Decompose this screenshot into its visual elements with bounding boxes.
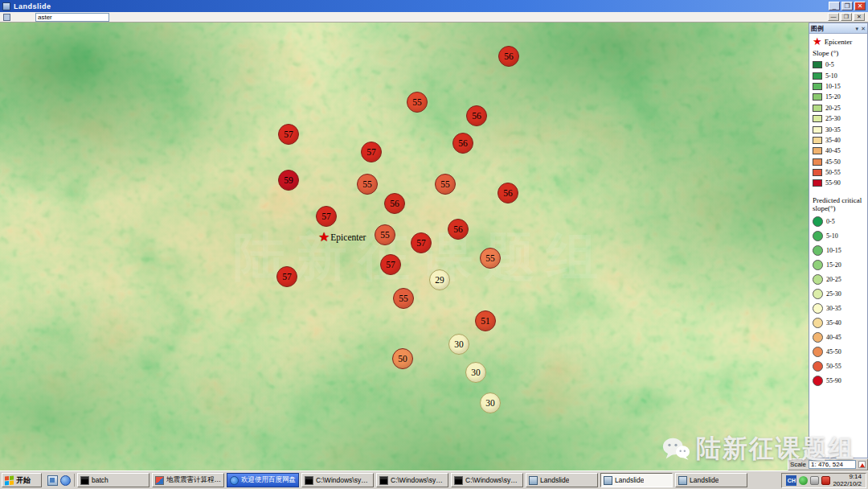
taskbar-item[interactable]: batch bbox=[77, 473, 149, 487]
slope-marker[interactable]: 57 bbox=[278, 124, 299, 145]
legend-epicenter-row: Epicenter bbox=[813, 37, 865, 47]
quick-launch bbox=[44, 474, 75, 487]
critical-swatch bbox=[813, 216, 823, 227]
slope-marker[interactable]: 29 bbox=[429, 269, 450, 290]
slope-swatch bbox=[813, 105, 822, 112]
critical-class-label: 55-90 bbox=[826, 377, 841, 384]
legend-close-icon[interactable] bbox=[861, 24, 866, 33]
antivirus-tray-icon[interactable] bbox=[799, 476, 808, 485]
slope-swatch bbox=[813, 158, 822, 166]
taskbar-item[interactable]: C:\Windows\syst... bbox=[376, 473, 448, 487]
slope-marker[interactable]: 57 bbox=[276, 266, 297, 287]
window-controls bbox=[829, 2, 866, 10]
slope-legend-row: 30-35 bbox=[813, 124, 865, 134]
slope-marker[interactable]: 55 bbox=[435, 174, 456, 195]
slope-marker[interactable]: 30 bbox=[480, 392, 501, 413]
clock-time: 9:14 bbox=[849, 473, 862, 480]
minimize-button[interactable] bbox=[829, 2, 840, 10]
slope-legend-row: 20-25 bbox=[813, 103, 865, 113]
slope-swatch bbox=[813, 147, 822, 154]
volume-tray-icon[interactable] bbox=[810, 476, 819, 485]
child-minimize-button[interactable] bbox=[828, 13, 839, 21]
slope-marker[interactable]: 56 bbox=[498, 46, 519, 67]
critical-legend-row: 5-10 bbox=[813, 229, 865, 244]
slope-marker[interactable]: 59 bbox=[278, 170, 299, 191]
alert-tray-icon[interactable] bbox=[821, 476, 830, 485]
taskbar-item[interactable]: 欢迎使用百度网盘 bbox=[227, 473, 299, 487]
slope-marker[interactable]: 56 bbox=[452, 133, 473, 154]
slope-marker[interactable]: 30 bbox=[448, 334, 469, 355]
legend-header[interactable]: 图例 bbox=[809, 23, 867, 34]
start-button-label: 开始 bbox=[16, 475, 31, 486]
critical-swatch bbox=[813, 231, 823, 241]
legend-body: Epicenter Slope (°) 0-55-1010-1515-2020-… bbox=[809, 34, 867, 458]
taskbar-item[interactable]: 地震震害计算程序.. bbox=[152, 473, 224, 487]
slope-class-label: 0-5 bbox=[825, 61, 834, 68]
slope-marker[interactable]: 55 bbox=[407, 92, 428, 113]
legend-slope-title: Slope (°) bbox=[813, 49, 865, 57]
land-icon bbox=[529, 476, 538, 485]
critical-swatch bbox=[813, 289, 823, 299]
critical-legend-row: 25-30 bbox=[813, 287, 865, 302]
slope-marker[interactable]: 57 bbox=[361, 142, 382, 162]
critical-class-label: 45-50 bbox=[826, 348, 841, 355]
taskbar-item-label: Landslide bbox=[690, 476, 719, 484]
slope-marker[interactable]: 57 bbox=[411, 232, 432, 253]
slope-legend-row: 15-20 bbox=[813, 92, 865, 102]
child-window-controls bbox=[828, 13, 866, 21]
slope-marker[interactable]: 57 bbox=[380, 254, 401, 275]
critical-swatch bbox=[813, 347, 823, 357]
taskbar-item-label: C:\Windows\syst... bbox=[316, 476, 371, 484]
taskbar-item[interactable]: C:\Windows\syst... bbox=[301, 473, 374, 487]
start-button[interactable]: 开始 bbox=[2, 473, 42, 487]
epicenter-marker[interactable]: Epicenter bbox=[318, 231, 366, 244]
show-desktop-icon[interactable] bbox=[47, 475, 58, 486]
slope-legend-row: 55-90 bbox=[813, 178, 865, 188]
slope-marker[interactable]: 56 bbox=[497, 183, 518, 203]
slope-marker[interactable]: 55 bbox=[375, 224, 395, 245]
child-restore-button[interactable] bbox=[841, 13, 852, 21]
slope-marker[interactable]: 56 bbox=[384, 193, 405, 214]
taskbar-item-label: 地震震害计算程序.. bbox=[166, 475, 221, 485]
browser-icon[interactable] bbox=[60, 475, 71, 486]
close-button[interactable] bbox=[854, 2, 866, 10]
slope-marker[interactable]: 55 bbox=[393, 288, 414, 309]
slope-class-label: 40-45 bbox=[825, 147, 841, 154]
slope-swatch bbox=[813, 83, 822, 90]
clock[interactable]: 9:14 2022/10/2 bbox=[833, 473, 862, 487]
slope-marker[interactable]: 57 bbox=[316, 206, 337, 227]
scale-statusbar: Scale 1: 476, 524 bbox=[788, 458, 868, 471]
slope-swatch bbox=[813, 72, 822, 80]
slope-marker[interactable]: 55 bbox=[357, 174, 378, 195]
taskbar-item[interactable]: Landslide bbox=[526, 473, 598, 487]
taskbar: 开始 batch地震震害计算程序..欢迎使用百度网盘C:\Windows\sys… bbox=[0, 471, 868, 489]
pin-icon[interactable] bbox=[856, 24, 859, 33]
app-window: Landslide bbox=[0, 0, 868, 489]
slope-marker[interactable]: 56 bbox=[466, 105, 487, 126]
map-view[interactable]: 陆新征课题组 565556575657595555565657565557555… bbox=[0, 23, 809, 471]
taskbar-items: batch地震震害计算程序..欢迎使用百度网盘C:\Windows\syst..… bbox=[77, 473, 779, 487]
slope-marker[interactable]: 55 bbox=[480, 248, 501, 269]
taskbar-item[interactable]: Landslide bbox=[675, 473, 747, 487]
slope-class-label: 45-50 bbox=[825, 158, 841, 166]
critical-swatch bbox=[813, 303, 823, 314]
taskbar-item[interactable]: C:\Windows\syst... bbox=[451, 473, 523, 487]
critical-legend-row: 35-40 bbox=[813, 316, 865, 331]
slope-marker[interactable]: 30 bbox=[465, 362, 486, 383]
taskbar-item-label: batch bbox=[92, 476, 108, 484]
critical-swatch bbox=[813, 318, 823, 328]
child-close-button[interactable] bbox=[854, 13, 865, 21]
critical-legend-row: 10-15 bbox=[813, 244, 865, 258]
slope-marker[interactable]: 50 bbox=[392, 348, 413, 369]
maximize-button[interactable] bbox=[841, 2, 853, 10]
layer-combo-input[interactable] bbox=[35, 13, 109, 22]
taskbar-item[interactable]: Landslide bbox=[600, 473, 673, 487]
clock-date: 2022/10/2 bbox=[833, 480, 862, 487]
slope-swatch bbox=[813, 179, 822, 187]
critical-class-label: 15-20 bbox=[826, 261, 841, 269]
slope-marker[interactable]: 56 bbox=[448, 219, 469, 240]
critical-swatch bbox=[813, 245, 823, 256]
language-indicator[interactable]: CH bbox=[786, 475, 796, 486]
critical-swatch bbox=[813, 260, 823, 270]
slope-marker[interactable]: 51 bbox=[475, 310, 496, 331]
